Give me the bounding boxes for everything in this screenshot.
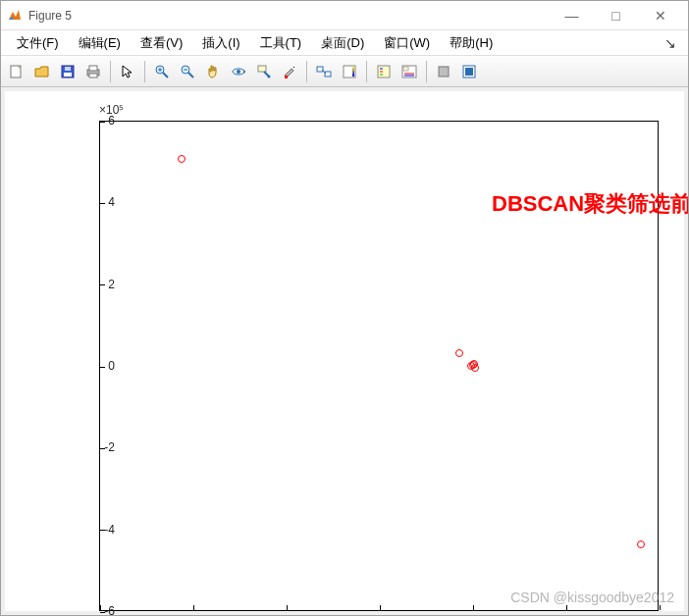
menu-file[interactable]: 文件(F) — [7, 31, 69, 55]
svg-rect-6 — [89, 74, 97, 77]
data-cursor-button[interactable] — [252, 60, 276, 83]
y-tick-label: -4 — [76, 523, 115, 537]
matlab-icon — [7, 8, 23, 24]
svg-point-18 — [268, 75, 271, 77]
toolbar-separator — [426, 61, 427, 82]
svg-rect-21 — [325, 72, 331, 77]
y-tick-label: -2 — [76, 440, 115, 454]
data-point — [455, 349, 463, 357]
x-tick-mark — [380, 605, 381, 610]
menu-window[interactable]: 窗口(W) — [374, 31, 440, 55]
figure-canvas-container: ×10⁵ ×10⁵ DBSCAN聚类筛选前 -6-4-20246 -8-6-4-… — [1, 87, 688, 615]
menu-view[interactable]: 查看(V) — [131, 31, 192, 55]
link-button[interactable] — [312, 60, 336, 83]
svg-rect-16 — [258, 66, 266, 72]
svg-rect-33 — [439, 67, 449, 77]
close-button[interactable]: ✕ — [638, 2, 682, 29]
minimize-button[interactable]: — — [550, 2, 594, 29]
insert-legend-button[interactable] — [372, 60, 396, 83]
svg-line-12 — [188, 73, 193, 77]
svg-rect-3 — [65, 67, 71, 71]
show-plot-button[interactable] — [457, 60, 481, 83]
data-point — [178, 155, 186, 163]
data-point — [470, 360, 478, 368]
toolbar-separator — [366, 61, 367, 82]
zoom-out-button[interactable] — [176, 60, 199, 83]
svg-point-15 — [237, 70, 240, 74]
annotation-text: DBSCAN聚类筛选前 — [492, 189, 689, 219]
menu-insert[interactable]: 插入(I) — [192, 31, 249, 55]
toolbar-separator — [110, 61, 111, 82]
menu-tools[interactable]: 工具(T) — [250, 31, 312, 55]
axes[interactable]: DBSCAN聚类筛选前 — [99, 121, 659, 611]
y-tick-label: 4 — [76, 195, 115, 209]
menu-desktop[interactable]: 桌面(D) — [311, 31, 374, 55]
hide-plot-button[interactable] — [432, 60, 455, 83]
title-bar: Figure 5 — □ ✕ — [1, 1, 688, 30]
x-tick-mark — [193, 605, 194, 610]
svg-rect-19 — [285, 76, 288, 78]
menu-edit[interactable]: 编辑(E) — [69, 31, 131, 55]
svg-rect-24 — [352, 67, 354, 77]
figure-canvas: ×10⁵ ×10⁵ DBSCAN聚类筛选前 -6-4-20246 -8-6-4-… — [5, 91, 684, 611]
toolbar-separator — [144, 61, 145, 82]
maximize-button[interactable]: □ — [594, 2, 638, 29]
zoom-in-button[interactable] — [150, 60, 174, 83]
y-tick-label: 6 — [76, 114, 115, 128]
x-tick-mark — [660, 605, 661, 610]
pointer-button[interactable] — [116, 60, 139, 83]
legend-button[interactable] — [398, 60, 421, 83]
svg-rect-25 — [378, 66, 390, 77]
x-tick-mark — [566, 605, 567, 610]
svg-rect-5 — [89, 66, 97, 71]
svg-rect-20 — [317, 67, 323, 72]
svg-rect-30 — [403, 67, 408, 71]
y-tick-label: 2 — [76, 278, 115, 291]
x-tick-mark — [473, 605, 474, 610]
y-tick-label: 0 — [76, 359, 115, 373]
svg-rect-35 — [465, 68, 473, 76]
window-title: Figure 5 — [28, 9, 72, 23]
undock-icon[interactable]: ↘ — [664, 35, 682, 51]
print-button[interactable] — [81, 60, 105, 83]
rotate3d-button[interactable] — [227, 60, 250, 83]
toolbar-separator — [306, 61, 307, 82]
watermark-text: CSDN @kissgoodbye2012 — [510, 590, 674, 605]
new-figure-button[interactable] — [5, 60, 28, 83]
colorbar-button[interactable] — [338, 60, 361, 83]
x-tick-mark — [287, 605, 288, 610]
data-point — [637, 540, 645, 548]
open-button[interactable] — [30, 60, 54, 83]
pan-button[interactable] — [201, 60, 225, 83]
svg-rect-2 — [64, 73, 72, 77]
menu-bar: 文件(F) 编辑(E) 查看(V) 插入(I) 工具(T) 桌面(D) 窗口(W… — [1, 30, 688, 56]
menu-help[interactable]: 帮助(H) — [440, 31, 503, 55]
brush-button[interactable] — [278, 60, 301, 83]
toolbar — [1, 56, 688, 87]
save-button[interactable] — [56, 60, 80, 83]
svg-line-8 — [163, 73, 168, 77]
